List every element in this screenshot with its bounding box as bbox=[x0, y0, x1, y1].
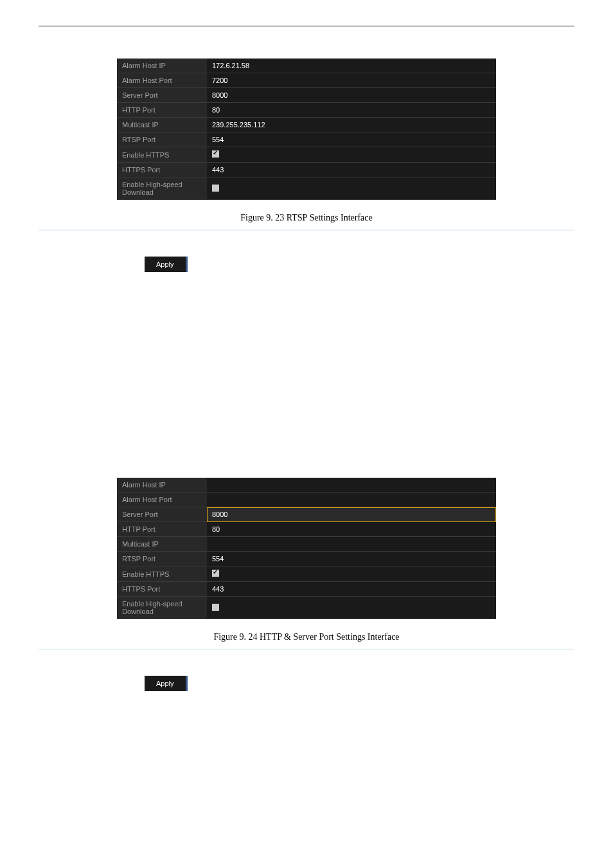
label-rtsp-port: RTSP Port bbox=[117, 132, 207, 147]
apply-button[interactable]: Apply bbox=[145, 257, 188, 272]
row2-https-port: HTTPS Port 443 bbox=[117, 582, 496, 597]
label2-alarm-host-port: Alarm Host Port bbox=[117, 493, 207, 507]
value2-alarm-host-port[interactable] bbox=[207, 493, 496, 507]
row2-http-port: HTTP Port 80 bbox=[117, 522, 496, 537]
row-alarm-host-ip: Alarm Host IP 172.6.21.58 bbox=[117, 59, 496, 73]
row2-enable-https: Enable HTTPS bbox=[117, 566, 496, 582]
label-http-port: HTTP Port bbox=[117, 103, 207, 118]
label-https-port: HTTPS Port bbox=[117, 163, 207, 177]
checkbox-checked-icon[interactable] bbox=[212, 150, 219, 158]
value2-multicast-ip[interactable] bbox=[207, 537, 496, 552]
row-alarm-host-port: Alarm Host Port 7200 bbox=[117, 73, 496, 88]
row2-multicast-ip: Multicast IP bbox=[117, 537, 496, 552]
checkbox-unchecked-icon[interactable] bbox=[212, 604, 219, 611]
value-alarm-host-ip[interactable]: 172.6.21.58 bbox=[207, 59, 496, 73]
row2-alarm-host-ip: Alarm Host IP bbox=[117, 478, 496, 493]
settings-table-http: Alarm Host IP Alarm Host Port Server Por… bbox=[117, 478, 496, 619]
value2-highspeed-download[interactable] bbox=[207, 597, 496, 619]
row2-highspeed-download: Enable High-speed Download bbox=[117, 597, 496, 619]
value-rtsp-port[interactable]: 554 bbox=[207, 132, 496, 147]
row-multicast-ip: Multicast IP 239.255.235.112 bbox=[117, 118, 496, 132]
label-highspeed-download: Enable High-speed Download bbox=[117, 177, 207, 200]
value2-rtsp-port[interactable]: 554 bbox=[207, 552, 496, 566]
settings-table-rtsp: Alarm Host IP 172.6.21.58 Alarm Host Por… bbox=[117, 59, 496, 200]
value2-server-port[interactable]: 8000 bbox=[207, 507, 496, 522]
value2-enable-https[interactable] bbox=[207, 566, 496, 582]
value2-https-port[interactable]: 443 bbox=[207, 582, 496, 597]
value-http-port[interactable]: 80 bbox=[207, 103, 496, 118]
row-rtsp-port: RTSP Port 554 bbox=[117, 132, 496, 147]
row2-rtsp-port: RTSP Port 554 bbox=[117, 552, 496, 566]
row2-server-port: Server Port 8000 bbox=[117, 507, 496, 522]
figure-caption-rtsp: Figure 9. 23 RTSP Settings Interface bbox=[39, 213, 574, 223]
value-https-port[interactable]: 443 bbox=[207, 163, 496, 177]
row-highspeed-download: Enable High-speed Download bbox=[117, 177, 496, 200]
figure-caption-http: Figure 9. 24 HTTP & Server Port Settings… bbox=[39, 632, 574, 642]
label2-multicast-ip: Multicast IP bbox=[117, 537, 207, 552]
row-server-port: Server Port 8000 bbox=[117, 88, 496, 103]
label2-alarm-host-ip: Alarm Host IP bbox=[117, 478, 207, 493]
label2-server-port: Server Port bbox=[117, 507, 207, 522]
label-server-port: Server Port bbox=[117, 88, 207, 103]
row2-alarm-host-port: Alarm Host Port bbox=[117, 493, 496, 507]
value2-http-port[interactable]: 80 bbox=[207, 522, 496, 537]
label-alarm-host-port: Alarm Host Port bbox=[117, 73, 207, 88]
value-multicast-ip[interactable]: 239.255.235.112 bbox=[207, 118, 496, 132]
spacing bbox=[39, 291, 574, 478]
separator-line bbox=[39, 649, 574, 650]
value-server-port[interactable]: 8000 bbox=[207, 88, 496, 103]
label2-http-port: HTTP Port bbox=[117, 522, 207, 537]
row-http-port: HTTP Port 80 bbox=[117, 103, 496, 118]
apply-button[interactable]: Apply bbox=[145, 676, 188, 691]
value-highspeed-download[interactable] bbox=[207, 177, 496, 200]
label-multicast-ip: Multicast IP bbox=[117, 118, 207, 132]
checkbox-checked-icon[interactable] bbox=[212, 570, 219, 577]
value-alarm-host-port[interactable]: 7200 bbox=[207, 73, 496, 88]
value-enable-https[interactable] bbox=[207, 147, 496, 163]
row-enable-https: Enable HTTPS bbox=[117, 147, 496, 163]
label-enable-https: Enable HTTPS bbox=[117, 147, 207, 163]
value2-alarm-host-ip[interactable] bbox=[207, 478, 496, 493]
label2-https-port: HTTPS Port bbox=[117, 582, 207, 597]
separator-line bbox=[39, 230, 574, 231]
label2-highspeed-download: Enable High-speed Download bbox=[117, 597, 207, 619]
label-alarm-host-ip: Alarm Host IP bbox=[117, 59, 207, 73]
row-https-port: HTTPS Port 443 bbox=[117, 163, 496, 177]
label2-rtsp-port: RTSP Port bbox=[117, 552, 207, 566]
top-rule bbox=[39, 26, 574, 26]
checkbox-unchecked-icon[interactable] bbox=[212, 185, 219, 192]
label2-enable-https: Enable HTTPS bbox=[117, 566, 207, 582]
